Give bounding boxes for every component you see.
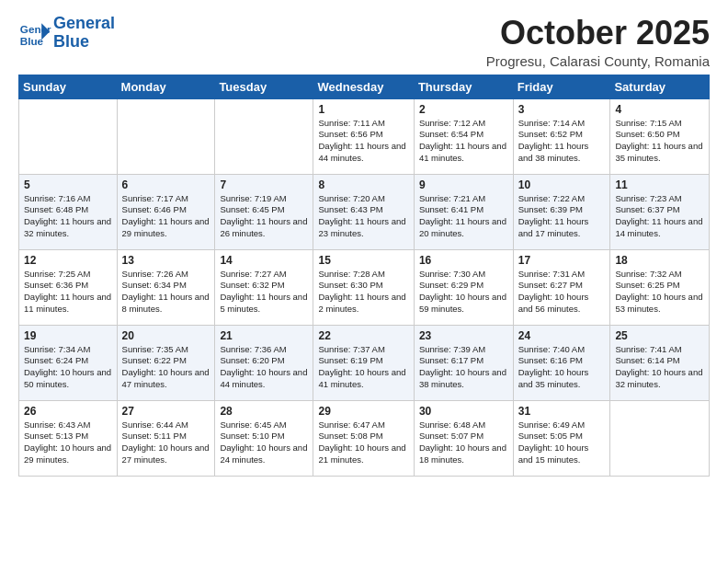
cell-info: Sunrise: 7:40 AM Sunset: 6:16 PM Dayligh…: [518, 344, 606, 391]
day-number: 12: [24, 254, 112, 267]
calendar-cell: 4Sunrise: 7:15 AM Sunset: 6:50 PM Daylig…: [610, 98, 710, 174]
day-number: 8: [318, 178, 408, 191]
title-block: October 2025 Progresu, Calarasi County, …: [486, 15, 710, 69]
calendar-cell: 7Sunrise: 7:19 AM Sunset: 6:45 PM Daylig…: [215, 174, 313, 249]
day-number: 28: [220, 405, 308, 418]
calendar-cell: 19Sunrise: 7:34 AM Sunset: 6:24 PM Dayli…: [19, 325, 118, 400]
day-number: 26: [24, 405, 112, 418]
calendar-cell: 14Sunrise: 7:27 AM Sunset: 6:32 PM Dayli…: [215, 249, 313, 325]
page-container: General Blue General Blue October 2025 P…: [0, 0, 728, 486]
day-number: 19: [24, 329, 112, 342]
day-number: 30: [419, 405, 508, 418]
cell-info: Sunrise: 7:28 AM Sunset: 6:30 PM Dayligh…: [318, 269, 408, 316]
day-number: 9: [419, 178, 508, 191]
logo-line2: Blue: [53, 33, 115, 52]
calendar-cell: 15Sunrise: 7:28 AM Sunset: 6:30 PM Dayli…: [313, 249, 414, 325]
cell-info: Sunrise: 7:23 AM Sunset: 6:37 PM Dayligh…: [615, 193, 704, 240]
calendar-cell: 11Sunrise: 7:23 AM Sunset: 6:37 PM Dayli…: [610, 174, 710, 249]
cell-info: Sunrise: 6:48 AM Sunset: 5:07 PM Dayligh…: [419, 419, 508, 466]
week-row-4: 26Sunrise: 6:43 AM Sunset: 5:13 PM Dayli…: [19, 400, 710, 476]
calendar-cell: [117, 98, 215, 174]
day-number: 24: [518, 329, 606, 342]
calendar-cell: 21Sunrise: 7:36 AM Sunset: 6:20 PM Dayli…: [215, 325, 313, 400]
logo-text: General Blue: [53, 15, 115, 52]
day-number: 20: [122, 329, 210, 342]
logo: General Blue General Blue: [18, 15, 115, 52]
calendar-cell: 13Sunrise: 7:26 AM Sunset: 6:34 PM Dayli…: [117, 249, 215, 325]
cell-info: Sunrise: 7:11 AM Sunset: 6:56 PM Dayligh…: [318, 118, 408, 165]
day-number: 16: [419, 254, 508, 267]
cell-info: Sunrise: 7:27 AM Sunset: 6:32 PM Dayligh…: [220, 269, 308, 316]
day-number: 25: [615, 329, 704, 342]
calendar-cell: 5Sunrise: 7:16 AM Sunset: 6:48 PM Daylig…: [19, 174, 118, 249]
cell-info: Sunrise: 7:25 AM Sunset: 6:36 PM Dayligh…: [24, 269, 112, 316]
cell-info: Sunrise: 6:44 AM Sunset: 5:11 PM Dayligh…: [122, 419, 210, 466]
calendar-cell: 8Sunrise: 7:20 AM Sunset: 6:43 PM Daylig…: [313, 174, 414, 249]
day-number: 15: [318, 254, 408, 267]
calendar-cell: 18Sunrise: 7:32 AM Sunset: 6:25 PM Dayli…: [610, 249, 710, 325]
calendar-cell: [215, 98, 313, 174]
weekday-header-wednesday: Wednesday: [313, 75, 414, 98]
calendar-cell: 6Sunrise: 7:17 AM Sunset: 6:46 PM Daylig…: [117, 174, 215, 249]
cell-info: Sunrise: 7:22 AM Sunset: 6:39 PM Dayligh…: [518, 193, 606, 240]
day-number: 17: [518, 254, 606, 267]
day-number: 11: [615, 178, 704, 191]
day-number: 22: [318, 329, 408, 342]
calendar-cell: 20Sunrise: 7:35 AM Sunset: 6:22 PM Dayli…: [117, 325, 215, 400]
cell-info: Sunrise: 7:14 AM Sunset: 6:52 PM Dayligh…: [518, 118, 606, 165]
day-number: 29: [318, 405, 408, 418]
cell-info: Sunrise: 7:16 AM Sunset: 6:48 PM Dayligh…: [24, 193, 112, 240]
day-number: 18: [615, 254, 704, 267]
logo-line1: General: [53, 15, 115, 33]
day-number: 6: [122, 178, 210, 191]
cell-info: Sunrise: 7:36 AM Sunset: 6:20 PM Dayligh…: [220, 344, 308, 391]
calendar-cell: 22Sunrise: 7:37 AM Sunset: 6:19 PM Dayli…: [313, 325, 414, 400]
cell-info: Sunrise: 7:39 AM Sunset: 6:17 PM Dayligh…: [419, 344, 508, 391]
week-row-1: 5Sunrise: 7:16 AM Sunset: 6:48 PM Daylig…: [19, 174, 710, 249]
calendar-cell: 24Sunrise: 7:40 AM Sunset: 6:16 PM Dayli…: [513, 325, 610, 400]
day-number: 14: [220, 254, 308, 267]
cell-info: Sunrise: 6:47 AM Sunset: 5:08 PM Dayligh…: [318, 419, 408, 466]
cell-info: Sunrise: 7:34 AM Sunset: 6:24 PM Dayligh…: [24, 344, 112, 391]
calendar-cell: 25Sunrise: 7:41 AM Sunset: 6:14 PM Dayli…: [610, 325, 710, 400]
header: General Blue General Blue October 2025 P…: [18, 15, 710, 69]
calendar-cell: [19, 98, 118, 174]
calendar-cell: 10Sunrise: 7:22 AM Sunset: 6:39 PM Dayli…: [513, 174, 610, 249]
day-number: 5: [24, 178, 112, 191]
week-row-0: 1Sunrise: 7:11 AM Sunset: 6:56 PM Daylig…: [19, 98, 710, 174]
svg-text:Blue: Blue: [20, 34, 44, 46]
day-number: 13: [122, 254, 210, 267]
cell-info: Sunrise: 6:49 AM Sunset: 5:05 PM Dayligh…: [518, 419, 606, 466]
cell-info: Sunrise: 7:19 AM Sunset: 6:45 PM Dayligh…: [220, 193, 308, 240]
cell-info: Sunrise: 6:43 AM Sunset: 5:13 PM Dayligh…: [24, 419, 112, 466]
day-number: 4: [615, 103, 704, 116]
weekday-header-thursday: Thursday: [414, 75, 513, 98]
cell-info: Sunrise: 7:30 AM Sunset: 6:29 PM Dayligh…: [419, 269, 508, 316]
weekday-header-saturday: Saturday: [610, 75, 710, 98]
day-number: 10: [518, 178, 606, 191]
cell-info: Sunrise: 7:37 AM Sunset: 6:19 PM Dayligh…: [318, 344, 408, 391]
cell-info: Sunrise: 7:15 AM Sunset: 6:50 PM Dayligh…: [615, 118, 704, 165]
week-row-3: 19Sunrise: 7:34 AM Sunset: 6:24 PM Dayli…: [19, 325, 710, 400]
calendar-cell: 16Sunrise: 7:30 AM Sunset: 6:29 PM Dayli…: [414, 249, 513, 325]
cell-info: Sunrise: 7:26 AM Sunset: 6:34 PM Dayligh…: [122, 269, 210, 316]
day-number: 7: [220, 178, 308, 191]
logo-icon: General Blue: [18, 17, 51, 50]
day-number: 27: [122, 405, 210, 418]
cell-info: Sunrise: 7:12 AM Sunset: 6:54 PM Dayligh…: [419, 118, 508, 165]
weekday-header-friday: Friday: [513, 75, 610, 98]
calendar-cell: 2Sunrise: 7:12 AM Sunset: 6:54 PM Daylig…: [414, 98, 513, 174]
day-number: 23: [419, 329, 508, 342]
calendar-cell: 31Sunrise: 6:49 AM Sunset: 5:05 PM Dayli…: [513, 400, 610, 476]
day-number: 31: [518, 405, 606, 418]
calendar-cell: 23Sunrise: 7:39 AM Sunset: 6:17 PM Dayli…: [414, 325, 513, 400]
cell-info: Sunrise: 7:35 AM Sunset: 6:22 PM Dayligh…: [122, 344, 210, 391]
week-row-2: 12Sunrise: 7:25 AM Sunset: 6:36 PM Dayli…: [19, 249, 710, 325]
cell-info: Sunrise: 7:31 AM Sunset: 6:27 PM Dayligh…: [518, 269, 606, 316]
calendar-cell: 3Sunrise: 7:14 AM Sunset: 6:52 PM Daylig…: [513, 98, 610, 174]
calendar-cell: [610, 400, 710, 476]
calendar-cell: 12Sunrise: 7:25 AM Sunset: 6:36 PM Dayli…: [19, 249, 118, 325]
calendar-cell: 29Sunrise: 6:47 AM Sunset: 5:08 PM Dayli…: [313, 400, 414, 476]
day-number: 1: [318, 103, 408, 116]
weekday-header-tuesday: Tuesday: [215, 75, 313, 98]
